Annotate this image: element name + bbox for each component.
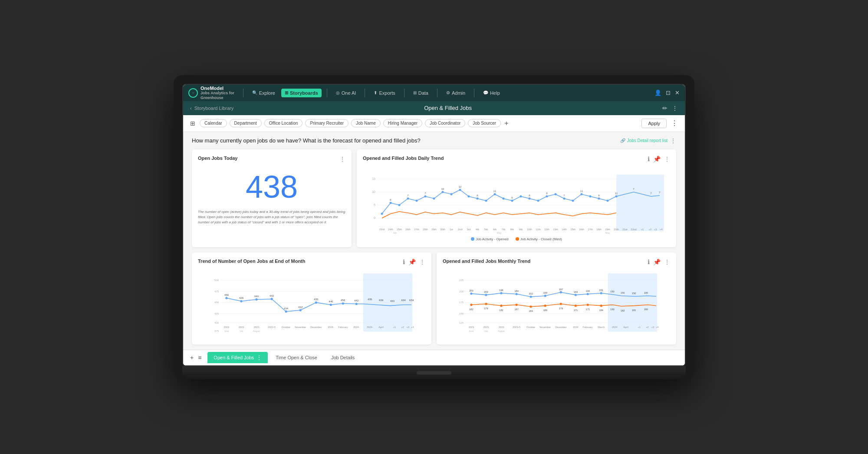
tab-more-icon[interactable]: ⋮ bbox=[256, 355, 262, 361]
svg-text:November: November bbox=[539, 326, 551, 328]
svg-point-32 bbox=[581, 193, 583, 195]
svg-text:2023: 2023 bbox=[469, 326, 474, 328]
open-jobs-menu[interactable]: ⋮ bbox=[339, 156, 345, 162]
svg-text:194: 194 bbox=[586, 289, 590, 292]
svg-point-23 bbox=[503, 197, 505, 199]
opened-dot bbox=[471, 237, 474, 241]
monthly-open-menu[interactable]: ℹ 📌 ⋮ bbox=[403, 258, 425, 265]
filter-grid-icon[interactable]: ⊞ bbox=[190, 120, 195, 127]
nav-storyboards[interactable]: ⊞ Storyboards bbox=[281, 89, 322, 97]
add-filter-icon[interactable]: + bbox=[504, 119, 508, 127]
tab-time-open-close[interactable]: Time Open & Close bbox=[270, 352, 323, 363]
open-jobs-card: Open Jobs Today ⋮ 438 The number of open… bbox=[192, 149, 352, 247]
svg-text:200: 200 bbox=[469, 289, 473, 292]
daily-trend-chart: 13 10 5 0 bbox=[363, 166, 670, 235]
tab-add-icon[interactable]: + bbox=[190, 354, 194, 361]
filter-calendar[interactable]: Calendar bbox=[200, 119, 227, 127]
svg-text:150: 150 bbox=[459, 312, 464, 315]
close-icon[interactable]: ✕ bbox=[675, 89, 680, 96]
nav-divider bbox=[243, 89, 243, 97]
svg-text:5: 5 bbox=[374, 203, 375, 206]
svg-text:7: 7 bbox=[407, 194, 409, 197]
filter-job-coordinator[interactable]: Job Coordinator bbox=[425, 119, 465, 127]
more-icon[interactable]: ⋮ bbox=[664, 258, 670, 265]
filter-hiring-manager[interactable]: Hiring Manager bbox=[383, 119, 422, 127]
svg-text:412: 412 bbox=[298, 305, 303, 308]
svg-text:7th: 7th bbox=[502, 228, 505, 231]
info-icon[interactable]: ℹ bbox=[648, 156, 650, 162]
nav-exports[interactable]: ⬆ Exports bbox=[370, 89, 398, 97]
apply-button[interactable]: Apply bbox=[641, 119, 667, 128]
svg-text:182: 182 bbox=[499, 309, 503, 312]
nav-bar: ○ OneModel Jobs Analytics forGreenhouse … bbox=[183, 85, 685, 101]
exports-icon: ⬆ bbox=[374, 90, 377, 95]
svg-point-18 bbox=[459, 189, 461, 191]
user-icon[interactable]: 👤 bbox=[654, 89, 661, 96]
tab-list-icon[interactable]: ≡ bbox=[198, 354, 201, 361]
nav-oneai[interactable]: ◎ One AI bbox=[332, 89, 360, 97]
monthly-trend-menu[interactable]: ℹ 📌 ⋮ bbox=[648, 258, 670, 265]
svg-point-33 bbox=[589, 195, 592, 197]
svg-text:10: 10 bbox=[372, 190, 375, 193]
svg-point-159 bbox=[485, 294, 487, 296]
svg-text:8: 8 bbox=[477, 194, 478, 197]
svg-point-10 bbox=[390, 202, 392, 204]
monthly-open-card: Trend of Number of Open Jobs at End of M… bbox=[192, 252, 431, 345]
report-link[interactable]: 🔗 Jobs Detail report list bbox=[620, 138, 667, 143]
tab-job-details[interactable]: Job Details bbox=[325, 352, 361, 363]
data-icon: ⊞ bbox=[413, 90, 417, 95]
svg-point-162 bbox=[530, 295, 532, 298]
svg-point-30 bbox=[563, 197, 566, 199]
svg-text:2024-: 2024- bbox=[367, 326, 373, 328]
svg-point-173 bbox=[544, 305, 546, 307]
filter-job-sourcer[interactable]: Job Sourcer bbox=[468, 119, 501, 127]
nav-explore[interactable]: 🔍 Explore bbox=[249, 89, 279, 97]
svg-text:435: 435 bbox=[368, 298, 372, 301]
filter-department[interactable]: Department bbox=[230, 119, 262, 127]
info-icon[interactable]: ℹ bbox=[648, 258, 650, 265]
daily-trend-menu[interactable]: ℹ 📌 ⋮ bbox=[648, 156, 670, 162]
nav-help[interactable]: 💬 Help bbox=[480, 89, 503, 97]
svg-text:197: 197 bbox=[559, 288, 563, 290]
nav-logo: ○ OneModel Jobs Analytics forGreenhouse bbox=[188, 86, 234, 100]
filter-office-location[interactable]: Office Location bbox=[264, 119, 303, 127]
tab-open-filled-jobs[interactable]: Open & Filled Jobs ⋮ bbox=[207, 352, 268, 363]
edit-icon[interactable]: ✏ bbox=[662, 105, 667, 112]
svg-point-170 bbox=[500, 305, 502, 307]
svg-text:August: August bbox=[253, 329, 260, 332]
svg-text:5th: 5th bbox=[484, 228, 488, 231]
svg-text:193: 193 bbox=[574, 290, 578, 293]
svg-point-26 bbox=[529, 197, 531, 199]
filter-primary-recruiter[interactable]: Primary Recruiter bbox=[305, 119, 349, 127]
svg-text:+2: +2 bbox=[401, 326, 404, 328]
svg-text:25th: 25th bbox=[397, 228, 402, 231]
more-icon[interactable]: ⋮ bbox=[664, 156, 670, 162]
svg-point-36 bbox=[615, 195, 618, 197]
info-icon[interactable]: ℹ bbox=[403, 258, 405, 265]
svg-text:201: 201 bbox=[599, 288, 603, 291]
nav-divider-4 bbox=[404, 89, 404, 97]
report-link-more[interactable]: ⋮ bbox=[670, 137, 676, 144]
pin-icon[interactable]: 📌 bbox=[408, 258, 416, 265]
svg-text:11: 11 bbox=[615, 192, 618, 195]
svg-text:414: 414 bbox=[284, 306, 289, 309]
svg-text:175: 175 bbox=[459, 301, 464, 304]
svg-text:February: February bbox=[583, 326, 593, 328]
share-icon[interactable]: ⊡ bbox=[666, 89, 671, 96]
filter-job-name[interactable]: Job Name bbox=[351, 119, 381, 127]
monthly-trend-svg: 225 200 175 150 125 bbox=[443, 269, 670, 338]
nav-admin[interactable]: ⚙ Admin bbox=[443, 89, 469, 97]
more-icon[interactable]: ⋮ bbox=[672, 105, 678, 112]
svg-text:February: February bbox=[338, 326, 348, 328]
svg-point-111 bbox=[342, 302, 344, 304]
svg-text:0: 0 bbox=[374, 216, 375, 219]
breadcrumb-link[interactable]: Storyboard Library bbox=[194, 106, 234, 111]
logo-icon: ○ bbox=[188, 88, 198, 98]
pin-icon[interactable]: 📌 bbox=[653, 258, 661, 265]
laptop-screen: ○ OneModel Jobs Analytics forGreenhouse … bbox=[182, 84, 686, 366]
filter-more-icon[interactable]: ⋮ bbox=[671, 119, 678, 127]
more-icon[interactable]: ⋮ bbox=[419, 258, 425, 265]
svg-text:30th: 30th bbox=[440, 228, 445, 231]
pin-icon[interactable]: 📌 bbox=[653, 156, 661, 162]
nav-data[interactable]: ⊞ Data bbox=[410, 89, 432, 97]
